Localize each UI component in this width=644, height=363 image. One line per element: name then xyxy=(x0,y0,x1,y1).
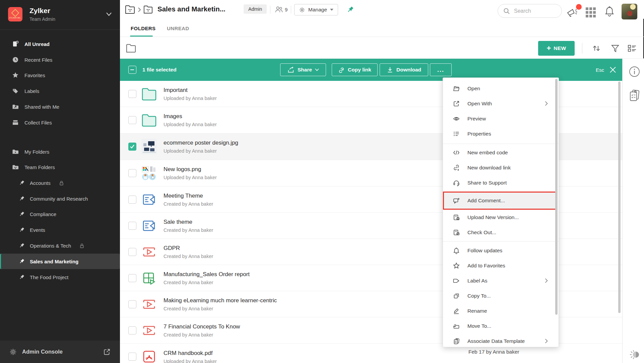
row-checkbox[interactable] xyxy=(128,274,136,282)
add-comment-icon xyxy=(453,197,460,204)
more-actions-button[interactable]: ... xyxy=(430,63,452,76)
search-bar[interactable] xyxy=(498,4,562,18)
tab-unread[interactable]: UNREAD xyxy=(167,25,189,31)
menu-item-check-out[interactable]: Check Out... xyxy=(443,225,557,240)
sidebar-item-team-folders[interactable]: Team Folders xyxy=(0,159,120,175)
admin-badge: Admin xyxy=(244,4,267,14)
external-link-icon[interactable] xyxy=(103,348,111,356)
sidebar-item-operations-and-tech[interactable]: Operations & Tech xyxy=(0,238,120,253)
close-icon[interactable] xyxy=(609,66,617,73)
folder-breadcrumb-icon[interactable] xyxy=(143,5,153,14)
row-checkbox[interactable] xyxy=(128,300,136,308)
sidebar-item-events[interactable]: Events xyxy=(0,222,120,238)
list-view-icon[interactable] xyxy=(627,44,637,53)
menu-item-move-to[interactable]: Move To... xyxy=(443,318,557,333)
spreadsheet-icon xyxy=(141,271,157,286)
download-icon xyxy=(387,66,393,73)
team-folders-breadcrumb-icon[interactable] xyxy=(125,5,135,14)
sidebar-item-shared-with-me[interactable]: Shared with Me xyxy=(0,99,120,114)
folder-icon xyxy=(12,148,19,155)
sidebar-item-labels[interactable]: Labels xyxy=(0,83,120,99)
file-meta: Uploaded by Anna baker xyxy=(164,359,217,363)
menu-item-rename[interactable]: Rename xyxy=(443,303,557,318)
sidebar-item-favorites[interactable]: Favorites xyxy=(0,67,120,83)
sidebar-item-all-unread[interactable]: All Unread xyxy=(0,36,120,52)
menu-item-open[interactable]: Open xyxy=(443,81,557,96)
sidebar-item-sales-and-marketing[interactable]: Sales and Marketing xyxy=(0,254,120,269)
menu-scrollbar[interactable] xyxy=(555,79,558,315)
menu-item-copy-to[interactable]: Copy To... xyxy=(443,288,557,303)
sidebar-item-collect-files[interactable]: Collect Files xyxy=(0,115,120,130)
row-checkbox[interactable] xyxy=(128,116,136,124)
row-checkbox[interactable] xyxy=(128,353,136,361)
share-button[interactable]: Share xyxy=(280,63,326,76)
row-checkbox[interactable] xyxy=(128,196,136,204)
row-checkbox[interactable] xyxy=(128,248,136,256)
menu-item-properties[interactable]: Properties xyxy=(443,126,557,141)
download-button[interactable]: Download xyxy=(380,63,428,76)
sidebar-item-compliance[interactable]: Compliance xyxy=(0,206,120,222)
submenu-chevron-icon xyxy=(545,101,548,106)
tab-folders[interactable]: FOLDERS xyxy=(131,25,155,31)
pinned-indicator-icon[interactable] xyxy=(346,6,354,13)
search-input[interactable] xyxy=(513,8,555,14)
admin-console-button[interactable]: Admin Console xyxy=(0,341,120,363)
file-meta: Created by Anna baker xyxy=(164,201,213,207)
sidebar-item-recent-files[interactable]: Recent Files xyxy=(0,52,120,67)
sidebar-item-community-and-research[interactable]: Community and Research xyxy=(0,191,120,206)
presentation-icon xyxy=(141,218,157,233)
manage-button[interactable]: Manage xyxy=(294,4,338,15)
row-checkbox[interactable] xyxy=(128,326,136,334)
content-scrollbar[interactable] xyxy=(618,82,621,313)
menu-item-label-as[interactable]: Label As xyxy=(443,273,557,288)
more-actions-label: ... xyxy=(437,66,444,73)
menu-item-upload-new-version[interactable]: Upload New Version... xyxy=(443,210,557,225)
row-checkbox-checked[interactable] xyxy=(128,143,136,151)
menu-item-associate-data-template[interactable]: Associate Data Template xyxy=(443,333,557,347)
file-name: Meeting Theme xyxy=(164,193,213,199)
row-checkbox[interactable] xyxy=(128,222,136,230)
breadcrumb-root-folder-icon[interactable] xyxy=(126,43,136,53)
user-avatar[interactable] xyxy=(622,4,637,19)
file-name: Images xyxy=(164,113,217,120)
copy-link-button[interactable]: Copy link xyxy=(332,63,378,76)
row-checkbox[interactable] xyxy=(128,90,136,98)
pin-icon xyxy=(19,196,25,202)
bell-icon[interactable] xyxy=(604,6,615,18)
info-icon[interactable] xyxy=(629,66,640,77)
menu-item-open-with[interactable]: Open With xyxy=(443,96,557,111)
menu-item-new-download-link[interactable]: New download link xyxy=(443,160,557,175)
menu-item-follow-updates[interactable]: Follow updates xyxy=(443,243,557,258)
pdf-icon xyxy=(141,349,157,363)
new-button[interactable]: + NEW xyxy=(538,41,575,56)
menu-item-new-embed-code[interactable]: New embed code xyxy=(443,145,557,160)
data-template-panel-icon[interactable] xyxy=(628,89,641,102)
pin-icon xyxy=(19,211,25,217)
collect-tray-icon xyxy=(12,119,19,126)
sidebar-item-the-food-project[interactable]: The Food Project xyxy=(0,269,120,285)
members-icon[interactable] xyxy=(275,6,283,13)
chevron-down-icon[interactable] xyxy=(106,12,112,16)
menu-item-share-to-support[interactable]: Share to Support xyxy=(443,175,557,190)
sidebar-item-accounts[interactable]: Accounts xyxy=(0,175,120,191)
team-folder-icon xyxy=(12,164,19,170)
menu-item-preview[interactable]: Preview xyxy=(443,111,557,126)
sidebar-item-my-folders[interactable]: My Folders xyxy=(0,144,120,159)
filter-icon[interactable] xyxy=(610,44,620,53)
sidebar-item-label: Collect Files xyxy=(24,120,52,125)
sidebar-item-label: Recent Files xyxy=(24,57,52,63)
divider xyxy=(291,6,291,14)
sort-icon[interactable] xyxy=(592,44,601,53)
menu-divider xyxy=(443,144,559,144)
menu-item-add-comment[interactable]: Add Comment... xyxy=(443,192,557,210)
page-title: Sales and Marketin... xyxy=(157,5,226,13)
row-checkbox[interactable] xyxy=(128,169,136,177)
theme-toggle-icon[interactable] xyxy=(629,350,641,360)
apps-grid-icon[interactable] xyxy=(586,7,596,17)
menu-item-add-to-favorites[interactable]: Add to Favorites xyxy=(443,258,557,273)
deselect-checkbox[interactable] xyxy=(128,66,136,74)
file-meta: Created by Anna baker xyxy=(164,332,240,338)
team-switcher[interactable]: ZYLKER INC. Zylker Team Admin xyxy=(0,0,120,30)
clock-icon xyxy=(12,56,19,63)
file-modified-date: Feb 17 by Anna baker xyxy=(468,349,519,355)
